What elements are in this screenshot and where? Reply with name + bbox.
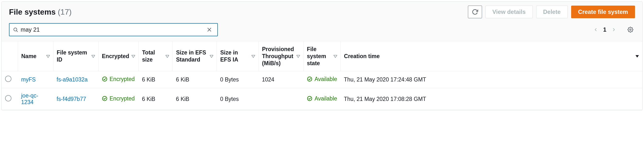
col-creation[interactable]: Creation time xyxy=(340,41,642,71)
svg-marker-13 xyxy=(636,55,639,58)
col-throughput-label: Provisioned Throughput (MiB/s) xyxy=(262,46,294,67)
clear-search-button[interactable] xyxy=(205,25,214,34)
col-throughput[interactable]: Provisioned Throughput (MiB/s) xyxy=(258,41,303,71)
chevron-right-icon xyxy=(612,27,616,32)
svg-marker-12 xyxy=(334,55,337,58)
radio-icon xyxy=(5,95,12,101)
gear-icon xyxy=(628,27,633,33)
radio-icon xyxy=(5,76,12,82)
svg-marker-9 xyxy=(210,55,213,58)
fs-id-link[interactable]: fs-a9a1032a xyxy=(56,76,88,83)
check-circle-icon xyxy=(102,96,108,101)
svg-line-1 xyxy=(16,31,18,32)
delete-button[interactable]: Delete xyxy=(536,6,568,18)
col-size-ia[interactable]: Size in EFS IA xyxy=(216,41,258,71)
settings-button[interactable] xyxy=(626,25,635,34)
fs-id-link[interactable]: fs-f4d97b77 xyxy=(56,96,86,102)
col-total-size[interactable]: Total size xyxy=(138,41,172,71)
col-state[interactable]: File system state xyxy=(303,41,340,71)
search-icon xyxy=(13,27,18,32)
svg-marker-8 xyxy=(166,55,169,58)
sort-icon xyxy=(132,55,135,58)
total-size: 6 KiB xyxy=(138,88,172,110)
svg-marker-10 xyxy=(252,55,255,58)
view-details-button[interactable]: View details xyxy=(486,6,533,18)
create-file-system-button[interactable]: Create file system xyxy=(571,6,635,18)
size-std: 6 KiB xyxy=(172,88,216,110)
encrypted-label: Encrypted xyxy=(110,76,135,82)
table-row: myFSfs-a9a1032aEncrypted6 KiB6 KiB0 Byte… xyxy=(2,71,642,88)
check-circle-icon xyxy=(102,76,108,82)
table-row: joe-qc-1234fs-f4d97b77Encrypted6 KiB6 Ki… xyxy=(2,88,642,110)
col-fsid-label: File system ID xyxy=(57,49,89,63)
sort-icon xyxy=(296,55,300,58)
page-prev-button[interactable] xyxy=(591,25,600,34)
page-next-button[interactable] xyxy=(609,25,618,34)
row-select[interactable] xyxy=(2,88,18,110)
throughput xyxy=(258,88,303,110)
state-label: Available xyxy=(314,95,337,102)
col-name-label: Name xyxy=(21,53,37,60)
table-header-row: Name File system ID Encrypted Total size… xyxy=(2,41,642,71)
check-circle-icon xyxy=(307,96,312,101)
close-icon xyxy=(207,27,212,32)
state-status: Available xyxy=(307,76,337,82)
sort-icon xyxy=(252,55,255,58)
svg-marker-5 xyxy=(46,55,50,58)
col-fsid[interactable]: File system ID xyxy=(53,41,98,71)
svg-point-16 xyxy=(102,96,107,101)
search-input[interactable] xyxy=(18,26,205,33)
panel-title: File systems (17) xyxy=(9,8,72,17)
sort-icon xyxy=(166,55,169,58)
title-text: File systems xyxy=(9,8,56,16)
svg-point-14 xyxy=(102,77,107,81)
throughput: 1024 xyxy=(258,71,303,88)
encrypted-status: Encrypted xyxy=(102,95,135,102)
creation-time: Thu, 21 May 2020 17:08:28 GMT xyxy=(340,88,642,110)
sort-icon xyxy=(334,55,337,58)
total-size: 6 KiB xyxy=(138,71,172,88)
col-size-std[interactable]: Size in EFS Standard xyxy=(172,41,216,71)
svg-point-17 xyxy=(308,96,312,101)
state-label: Available xyxy=(314,76,337,82)
encrypted-label: Encrypted xyxy=(110,95,135,102)
size-std: 6 KiB xyxy=(172,71,216,88)
creation-time: Thu, 21 May 2020 17:24:48 GMT xyxy=(340,71,642,88)
col-encrypted-label: Encrypted xyxy=(102,53,129,60)
row-select[interactable] xyxy=(2,71,18,88)
fs-name-link[interactable]: joe-qc-1234 xyxy=(21,92,38,105)
search-box xyxy=(9,23,218,36)
col-size-std-label: Size in EFS Standard xyxy=(176,49,208,63)
panel-header: File systems (17) View details Delete Cr… xyxy=(2,2,642,21)
svg-point-15 xyxy=(308,77,312,81)
col-creation-label: Creation time xyxy=(344,53,380,60)
file-systems-table: Name File system ID Encrypted Total size… xyxy=(2,41,642,110)
svg-marker-11 xyxy=(296,55,300,58)
col-select xyxy=(2,41,18,71)
col-encrypted[interactable]: Encrypted xyxy=(98,41,138,71)
title-count: (17) xyxy=(58,8,72,16)
col-state-label: File system state xyxy=(307,46,331,67)
check-circle-icon xyxy=(307,76,312,82)
current-page: 1 xyxy=(603,26,606,33)
col-total-size-label: Total size xyxy=(142,49,163,63)
size-ia: 0 Bytes xyxy=(216,71,258,88)
size-ia: 0 Bytes xyxy=(216,88,258,110)
fs-name-link[interactable]: myFS xyxy=(21,76,36,83)
col-name[interactable]: Name xyxy=(18,41,53,71)
col-size-ia-label: Size in EFS IA xyxy=(220,49,249,63)
sort-icon xyxy=(210,55,213,58)
pagination: 1 xyxy=(591,25,635,34)
refresh-button[interactable] xyxy=(468,6,482,18)
svg-point-4 xyxy=(630,29,631,30)
svg-marker-6 xyxy=(92,55,95,58)
refresh-icon xyxy=(472,9,478,15)
sort-icon xyxy=(92,55,95,58)
sort-icon xyxy=(46,55,50,58)
chevron-left-icon xyxy=(593,27,598,32)
file-systems-panel: File systems (17) View details Delete Cr… xyxy=(2,2,642,110)
svg-marker-7 xyxy=(132,55,135,58)
state-status: Available xyxy=(307,95,337,102)
encrypted-status: Encrypted xyxy=(102,76,135,82)
sort-icon-active xyxy=(636,55,639,58)
